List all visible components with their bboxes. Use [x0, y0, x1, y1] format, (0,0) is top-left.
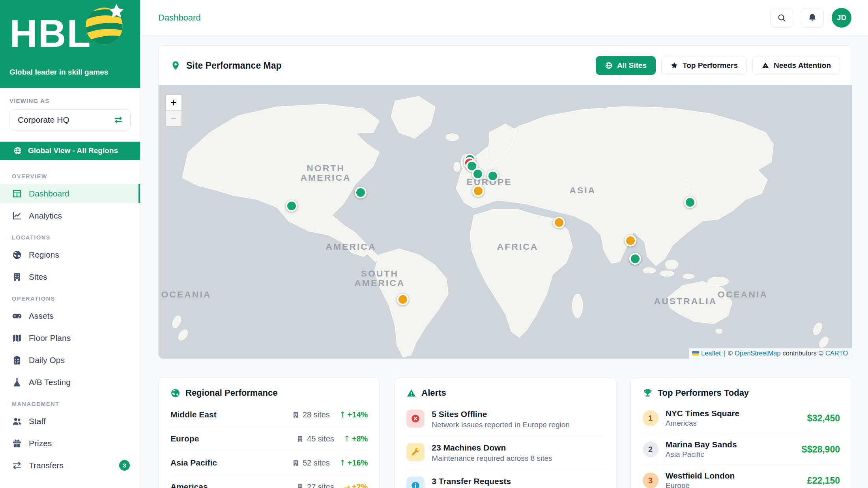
nav-item-label: Regions [29, 250, 59, 260]
viewing-as-label: VIEWING AS [9, 97, 131, 104]
filter-button-needs-attention[interactable]: Needs Attention [752, 56, 840, 75]
performer-row[interactable]: 1NYC Times SquareAmericas$32,450 [643, 403, 840, 434]
alert-triangle-icon [406, 388, 416, 398]
sidebar-nav: OVERVIEWDashboardAnalyticsLOCATIONSRegio… [0, 173, 140, 475]
up-arrow-icon: ↑ [344, 434, 350, 443]
regional-row-americas: Americas27 sites→+2% [170, 475, 368, 488]
viewing-as-block: VIEWING AS Corporate HQ [0, 88, 140, 131]
region-name: Asia Pacific [170, 458, 217, 467]
alert-item[interactable]: 23 Machines DownMaintenance required acr… [406, 436, 604, 470]
map-attribution: Leaflet | © OpenStreetMap contributors ©… [689, 348, 852, 359]
site-marker-warning[interactable] [397, 294, 409, 305]
sidebar-item-regions[interactable]: Regions [0, 245, 140, 264]
sidebar-item-daily-ops[interactable]: Daily Ops [0, 351, 140, 369]
region-site-count: 28 sites [303, 410, 330, 419]
abtesting-icon [12, 377, 22, 387]
nav-item-label: Floor Plans [29, 333, 71, 343]
nav-section-label: OVERVIEW [12, 173, 140, 179]
alert-item[interactable]: 3 Transfer RequestsPending approval from… [406, 470, 604, 488]
world-map[interactable]: NORTHAMERICAEUROPEASIAAMERICAAFRICASOUTH… [159, 85, 852, 359]
scope-banner[interactable]: Global View - All Regions [0, 142, 140, 160]
zoom-out-button[interactable]: − [166, 110, 181, 126]
sidebar-item-assets[interactable]: Assets [0, 307, 140, 325]
alerts-card: Alerts 5 Sites OfflineNetwork issues rep… [394, 377, 616, 488]
swap-icon[interactable] [114, 115, 123, 125]
marker-layer [159, 85, 852, 359]
map-filter-group: All SitesTop PerformersNeeds Attention [596, 56, 840, 75]
region-change-percent: +8% [352, 434, 368, 443]
up-arrow-icon: ↑ [339, 410, 346, 419]
sidebar-item-prizes[interactable]: Prizes [0, 434, 140, 452]
site-marker-good[interactable] [355, 187, 367, 198]
summary-cards-row: Regional Performance Middle East28 sites… [158, 377, 852, 488]
sidebar-item-a-b-testing[interactable]: A/B Testing [0, 373, 140, 391]
alert-item[interactable]: 5 Sites OfflineNetwork issues reported i… [406, 403, 604, 436]
alerts-title: Alerts [421, 388, 446, 398]
nav-section: MANAGEMENTStaffPrizesTransfers3 [0, 401, 140, 475]
performer-row[interactable]: 2Marina Bay SandsAsia PacificS$28,900 [643, 434, 840, 465]
region-trend: ↑+8% [344, 434, 368, 443]
globe-icon [13, 146, 22, 155]
avatar[interactable]: JD [832, 8, 851, 28]
rank-badge: 3 [643, 473, 658, 488]
regional-row-asia-pacific: Asia Pacific52 sites↑+16% [170, 451, 368, 475]
performer-row[interactable]: 3Westfield LondonEurope£22,150 [643, 465, 840, 488]
viewing-as-selector[interactable]: Corporate HQ [9, 109, 131, 131]
site-marker-good[interactable] [472, 168, 484, 180]
performer-region: Asia Pacific [666, 450, 794, 459]
site-marker-good[interactable] [286, 200, 297, 212]
site-marker-good[interactable] [487, 170, 499, 182]
sidebar-item-dashboard[interactable]: Dashboard [0, 184, 140, 203]
site-marker-warning[interactable] [625, 235, 636, 247]
building-icon [292, 459, 299, 467]
site-marker-warning[interactable] [553, 217, 565, 228]
assets-icon [12, 311, 22, 321]
sidebar-item-staff[interactable]: Staff [0, 412, 140, 430]
brand-ball-icon [84, 6, 125, 47]
building-icon [296, 435, 304, 443]
region-change-percent: +16% [348, 458, 368, 467]
rank-badge: 2 [643, 441, 658, 457]
region-name: Middle East [170, 410, 217, 419]
performer-revenue: S$28,900 [801, 444, 840, 455]
notifications-button[interactable] [801, 8, 824, 28]
site-marker-good[interactable] [684, 196, 696, 208]
breadcrumb[interactable]: Dashboard [158, 13, 201, 23]
search-button[interactable] [770, 8, 793, 28]
site-marker-good[interactable] [629, 253, 641, 265]
region-name: Europe [170, 434, 199, 443]
nav-item-label: A/B Testing [29, 378, 71, 387]
nav-section-label: LOCATIONS [12, 234, 140, 241]
osm-link[interactable]: OpenStreetMap [735, 350, 780, 357]
topbar: Dashboard JD [140, 0, 868, 36]
performer-revenue: £22,150 [807, 475, 840, 486]
filter-button-top-performers[interactable]: Top Performers [661, 56, 747, 75]
copyright-symbol: © [819, 350, 823, 357]
performer-region: Americas [666, 419, 800, 428]
warning-icon [761, 62, 769, 69]
regions-icon [12, 250, 22, 260]
filter-button-all-sites[interactable]: All Sites [596, 56, 656, 75]
brand-header: HBL Global leader in skill games [0, 0, 140, 88]
sidebar-item-sites[interactable]: Sites [0, 267, 140, 286]
viewing-as-value: Corporate HQ [18, 115, 69, 125]
floorplans-icon [12, 333, 22, 343]
dailyops-icon [12, 355, 22, 365]
up-arrow-icon: ↑ [339, 458, 346, 467]
carto-link[interactable]: CARTO [825, 350, 848, 357]
leaflet-link[interactable]: Leaflet [701, 350, 721, 357]
error-circle-icon [410, 413, 421, 424]
map-zoom-control: + − [165, 94, 182, 127]
site-marker-warning[interactable] [472, 185, 484, 197]
sidebar-item-transfers[interactable]: Transfers3 [0, 456, 140, 475]
region-trend: ↑+16% [339, 458, 368, 467]
prizes-icon [12, 438, 22, 449]
search-icon [777, 13, 786, 22]
analytics-icon [12, 211, 22, 221]
sidebar-item-floor-plans[interactable]: Floor Plans [0, 329, 140, 347]
site-performance-map-card: Site Performance Map All SitesTop Perfor… [158, 45, 852, 359]
sidebar-item-analytics[interactable]: Analytics [0, 206, 140, 225]
sidebar: HBL Global leader in skill games VIEWING… [0, 0, 140, 488]
zoom-in-button[interactable]: + [166, 95, 181, 110]
nav-section-label: OPERATIONS [12, 295, 140, 302]
